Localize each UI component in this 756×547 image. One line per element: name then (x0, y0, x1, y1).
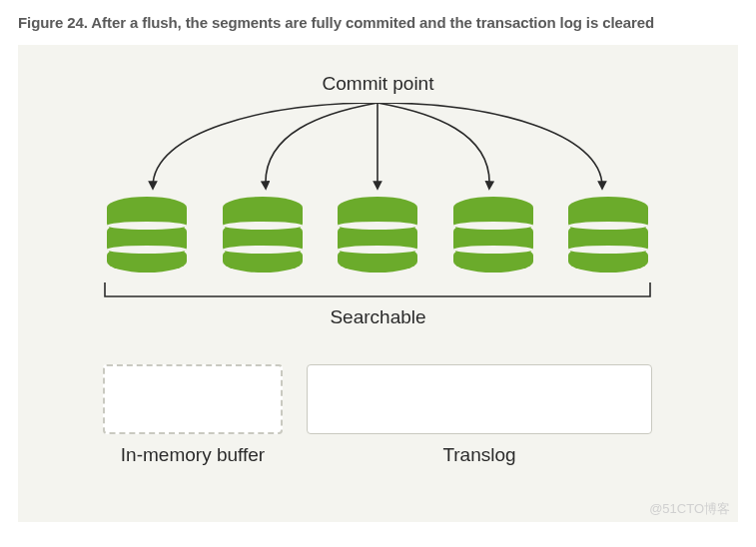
boxes-row (103, 364, 652, 434)
svg-point-19 (453, 246, 533, 254)
segment-icon (564, 195, 652, 273)
figure-title: Figure 24. After a flush, the segments a… (0, 0, 756, 41)
commit-point-label: Commit point (18, 73, 738, 95)
translog-label: Translog (307, 444, 652, 466)
watermark: @51CTO博客 (649, 500, 730, 518)
svg-point-4 (107, 246, 187, 254)
svg-point-24 (568, 246, 648, 254)
svg-point-14 (338, 246, 417, 254)
searchable-label: Searchable (18, 306, 738, 328)
svg-point-18 (453, 222, 533, 230)
searchable-bracket-icon (103, 282, 652, 300)
in-memory-buffer-label: In-memory buffer (103, 444, 283, 466)
svg-point-23 (568, 222, 648, 230)
segment-icon (449, 195, 537, 273)
segment-cylinders (103, 195, 652, 273)
segment-icon (334, 195, 421, 273)
svg-point-8 (223, 222, 303, 230)
svg-point-3 (107, 222, 187, 230)
labels-row: In-memory buffer Translog (103, 444, 652, 466)
diagram-panel: Commit point Searchable In-memory buffer… (18, 45, 738, 522)
segment-icon (103, 195, 191, 273)
translog-box (307, 364, 652, 434)
svg-point-13 (338, 222, 417, 230)
svg-point-9 (223, 246, 303, 254)
in-memory-buffer-box (103, 364, 283, 434)
segment-icon (219, 195, 307, 273)
commit-arrows (113, 103, 642, 193)
